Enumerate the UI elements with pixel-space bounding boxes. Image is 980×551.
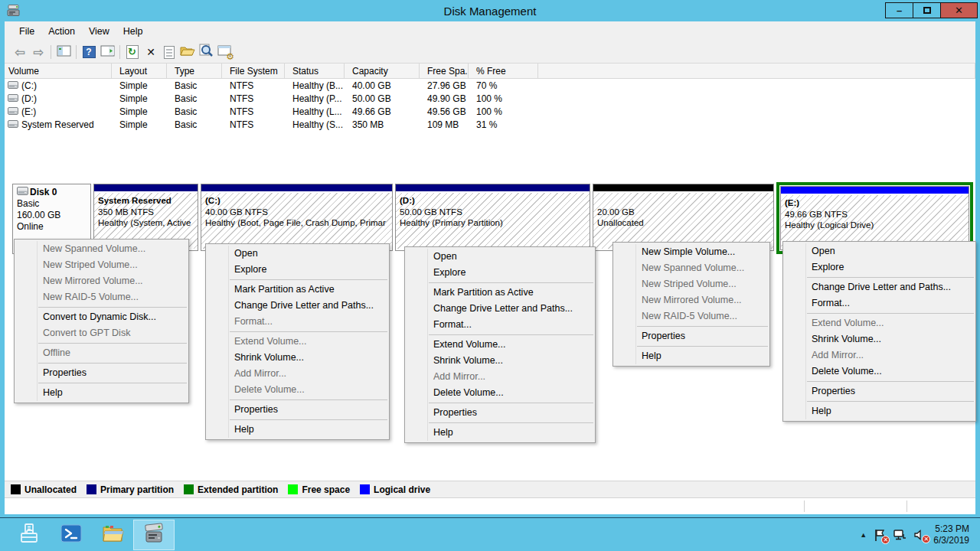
menu-item-delete-volume[interactable]: Delete Volume... — [206, 382, 389, 398]
maximize-button[interactable] — [913, 2, 941, 18]
menu-item-extend-volume[interactable]: Extend Volume... — [405, 337, 595, 353]
menu-separator — [38, 343, 187, 344]
column-header-type[interactable]: Type — [167, 64, 222, 78]
partition-unallocated[interactable]: 20.00 GB Unallocated — [593, 184, 774, 251]
menu-item-help[interactable]: Help — [783, 403, 975, 419]
volume-row-system-reserved[interactable]: System Reserved Simple Basic NTFS Health… — [5, 118, 975, 131]
menu-item-offline[interactable]: Offline — [15, 345, 188, 361]
column-header-volume[interactable]: Volume — [5, 64, 112, 78]
volume-row-d[interactable]: (D:) Simple Basic NTFS Healthy (P... 50.… — [5, 92, 975, 105]
show-hidden-icons-button[interactable]: ▲ — [860, 531, 867, 539]
menu-item-new-striped-volume[interactable]: New Striped Volume... — [613, 276, 769, 292]
menu-item-format[interactable]: Format... — [206, 314, 389, 330]
menu-item-extend-volume[interactable]: Extend Volume... — [783, 315, 975, 331]
powershell-icon — [60, 522, 83, 548]
menu-item-explore[interactable]: Explore — [783, 259, 975, 276]
partition-c[interactable]: (C:) 40.00 GB NTFS Healthy (Boot, Page F… — [201, 184, 393, 251]
menu-item-delete-volume[interactable]: Delete Volume... — [783, 364, 975, 380]
menu-item-help[interactable]: Help — [613, 348, 769, 364]
partition-name — [597, 195, 769, 207]
menu-item-change-drive-letter[interactable]: Change Drive Letter and Paths... — [783, 279, 975, 295]
menu-item-explore[interactable]: Explore — [405, 265, 595, 281]
delete-button[interactable]: ✕ — [142, 43, 160, 61]
menu-item-new-striped-volume[interactable]: New Striped Volume... — [15, 257, 188, 273]
zoom-button[interactable] — [197, 43, 215, 61]
menu-item-convert-to-gpt-disk[interactable]: Convert to GPT Disk — [15, 325, 188, 341]
back-button[interactable]: ⇦ — [11, 43, 29, 61]
menu-item-help[interactable]: Help — [206, 422, 389, 438]
menu-item-format[interactable]: Format... — [783, 295, 975, 311]
menu-item-open[interactable]: Open — [783, 243, 975, 259]
taskbar-clock[interactable]: 5:23 PM 6/3/2019 — [933, 523, 974, 546]
refresh-button[interactable]: ↻ — [123, 43, 142, 61]
close-button[interactable]: ✕ — [940, 2, 978, 18]
column-header-capacity[interactable]: Capacity — [345, 64, 420, 78]
menu-item-new-raid5-volume[interactable]: New RAID-5 Volume... — [15, 289, 188, 305]
menu-item-properties[interactable]: Properties — [206, 402, 389, 418]
column-header-free-space[interactable]: Free Spa... — [420, 64, 469, 78]
taskbar-powershell-button[interactable] — [51, 520, 92, 550]
properties-button[interactable] — [160, 43, 178, 61]
menu-help[interactable]: Help — [116, 23, 150, 40]
menu-item-open[interactable]: Open — [405, 249, 595, 265]
properties-icon — [164, 46, 175, 59]
menu-item-mark-partition-active[interactable]: Mark Partition as Active — [206, 282, 389, 298]
menu-item-new-raid5-volume[interactable]: New RAID-5 Volume... — [613, 308, 769, 324]
menu-item-add-mirror[interactable]: Add Mirror... — [206, 366, 389, 382]
menu-file[interactable]: File — [12, 23, 41, 40]
column-header-pct-free[interactable]: % Free — [469, 64, 538, 78]
menu-item-format[interactable]: Format... — [405, 317, 595, 333]
menu-view[interactable]: View — [82, 23, 116, 40]
volume-row-e[interactable]: (E:) Simple Basic NTFS Healthy (L... 49.… — [5, 105, 975, 118]
menu-item-change-drive-letter[interactable]: Change Drive Letter and Paths... — [405, 301, 595, 317]
show-console-tree-button[interactable] — [54, 43, 73, 61]
network-status-icon[interactable] — [893, 529, 906, 541]
open-button[interactable] — [178, 43, 197, 61]
menu-item-new-mirrored-volume[interactable]: New Mirrored Volume... — [15, 273, 188, 289]
menu-item-properties[interactable]: Properties — [15, 365, 188, 381]
menu-item-extend-volume[interactable]: Extend Volume... — [206, 334, 389, 350]
taskbar-disk-management-button[interactable] — [133, 520, 175, 550]
menu-item-properties[interactable]: Properties — [613, 328, 769, 344]
forward-button[interactable]: ⇨ — [29, 43, 47, 61]
menu-item-delete-volume[interactable]: Delete Volume... — [405, 385, 595, 401]
menu-item-new-simple-volume[interactable]: New Simple Volume... — [613, 244, 769, 260]
menu-item-shrink-volume[interactable]: Shrink Volume... — [405, 353, 595, 369]
help-button[interactable]: ? — [80, 43, 98, 61]
menu-item-help[interactable]: Help — [405, 425, 595, 441]
menu-item-add-mirror[interactable]: Add Mirror... — [783, 347, 975, 364]
menu-item-help[interactable]: Help — [15, 385, 188, 401]
type-cell: Basic — [167, 106, 222, 117]
menu-item-open[interactable]: Open — [206, 246, 389, 262]
taskbar-server-manager-button[interactable] — [9, 520, 51, 550]
menu-separator — [230, 399, 387, 400]
taskbar-file-explorer-button[interactable] — [92, 520, 133, 550]
menu-item-mark-partition-active[interactable]: Mark Partition as Active — [405, 285, 595, 301]
minimize-icon: – — [897, 5, 902, 16]
column-header-status[interactable]: Status — [285, 64, 345, 78]
menu-item-properties[interactable]: Properties — [783, 383, 975, 399]
clock-time: 5:23 PM — [933, 523, 969, 535]
menu-item-change-drive-letter[interactable]: Change Drive Letter and Paths... — [206, 298, 389, 314]
show-action-pane-button[interactable] — [98, 43, 116, 61]
volume-muted-icon[interactable]: ✕ — [913, 529, 926, 541]
menu-item-new-mirrored-volume[interactable]: New Mirrored Volume... — [613, 292, 769, 308]
menu-item-shrink-volume[interactable]: Shrink Volume... — [783, 331, 975, 347]
minimize-button[interactable]: – — [885, 2, 913, 18]
menu-item-convert-to-dynamic-disk[interactable]: Convert to Dynamic Disk... — [15, 309, 188, 325]
partition-d[interactable]: (D:) 50.00 GB NTFS Healthy (Primary Part… — [395, 184, 590, 251]
menu-item-add-mirror[interactable]: Add Mirror... — [405, 369, 595, 385]
menu-action[interactable]: Action — [41, 23, 82, 40]
column-header-file-system[interactable]: File System — [222, 64, 285, 78]
column-header-layout[interactable]: Layout — [112, 64, 167, 78]
menu-item-new-spanned-volume[interactable]: New Spanned Volume... — [15, 241, 188, 257]
menu-item-shrink-volume[interactable]: Shrink Volume... — [206, 350, 389, 366]
menu-item-explore[interactable]: Explore — [206, 262, 389, 278]
partition-name: (C:) — [205, 195, 388, 207]
action-center-flag-icon[interactable]: ✕ — [874, 529, 886, 542]
menu-item-new-spanned-volume[interactable]: New Spanned Volume... — [613, 260, 769, 276]
volume-row-c[interactable]: (C:) Simple Basic NTFS Healthy (B... 40.… — [5, 79, 975, 92]
snap-in-button[interactable]: ⚙ — [215, 43, 234, 61]
volume-list-header: Volume Layout Type File System Status Ca… — [5, 64, 975, 79]
menu-item-properties[interactable]: Properties — [405, 405, 595, 421]
